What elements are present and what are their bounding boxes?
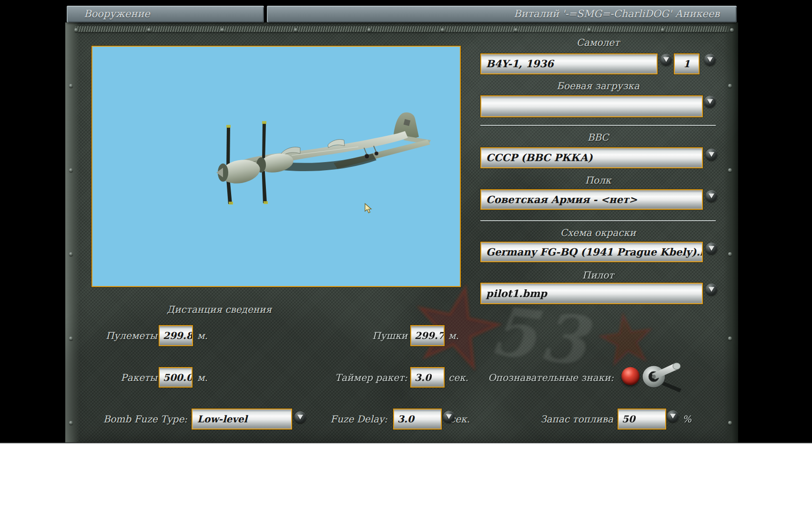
paint-scheme-select[interactable]: Germany FG-BQ (1941 Prague Kbely).bmp — [480, 242, 703, 262]
pilot-select[interactable]: pilot1.bmp — [480, 283, 703, 304]
machineguns-unit: м. — [197, 329, 208, 342]
cannons-unit: м. — [448, 329, 459, 342]
fuze-delay-arrow-icon[interactable] — [443, 411, 455, 422]
rivet — [728, 168, 732, 172]
rivet — [69, 421, 73, 425]
section-divider — [480, 220, 716, 221]
aircraft-preview-viewport[interactable] — [91, 46, 461, 287]
triangle-down-icon — [709, 152, 714, 157]
aircraft-section-label: Самолет — [480, 36, 716, 49]
rocket-timer-field[interactable] — [410, 367, 445, 388]
rivet — [441, 28, 445, 32]
loadout-select-arrow-icon[interactable] — [704, 96, 716, 107]
markings-toggle-switch[interactable] — [639, 358, 687, 396]
rivet — [221, 28, 224, 32]
triangle-down-icon — [446, 414, 452, 419]
cannons-field[interactable] — [410, 325, 445, 346]
rivet — [728, 84, 732, 88]
paint-scheme-select-arrow-icon[interactable] — [706, 243, 717, 254]
fuze-delay-field[interactable] — [393, 409, 442, 430]
rivet — [728, 337, 732, 340]
fuel-field[interactable] — [618, 409, 666, 430]
rivet — [74, 28, 78, 32]
rivet — [661, 28, 665, 32]
markings-label: Опознавательные знаки: — [476, 371, 614, 384]
mouse-cursor — [365, 203, 373, 215]
regiment-select-value: Советская Армия - <нет> — [481, 190, 702, 209]
regiment-section-label: Полк — [480, 174, 716, 186]
pilot-select-value: pilot1.bmp — [481, 284, 702, 303]
paint-scheme-section-label: Схема окраски — [480, 226, 716, 239]
airforce-section-label: ВВС — [480, 131, 716, 143]
airforce-select-arrow-icon[interactable] — [706, 149, 717, 160]
cannons-label: Пушки — [328, 329, 407, 342]
rivet — [367, 28, 371, 32]
fuel-arrow-icon[interactable] — [667, 410, 679, 422]
bomb-fuze-select[interactable]: Low-level — [192, 409, 292, 430]
convergence-title: Дистанция сведения — [148, 303, 291, 316]
regiment-select[interactable]: Советская Армия - <нет> — [480, 189, 703, 210]
bomb-fuze-label: Bomb Fuze Type: — [93, 413, 187, 425]
armament-screen: 53 Вооружение Виталий '-=SMG=-CharliDOG'… — [0, 0, 812, 512]
screen-title-plate: Вооружение — [67, 6, 264, 22]
aircraft-count-field[interactable] — [674, 53, 700, 74]
triangle-down-icon — [707, 99, 713, 104]
aircraft-select-arrow-icon[interactable] — [660, 54, 672, 65]
screen-title: Вооружение — [84, 8, 150, 20]
rivet — [588, 28, 591, 32]
triangle-down-icon — [707, 57, 713, 62]
rivet — [294, 28, 298, 32]
panel-top-ridge — [65, 26, 738, 32]
rocket-timer-unit: сек. — [448, 371, 468, 384]
section-divider — [480, 125, 716, 126]
rivet — [728, 421, 732, 425]
rockets-label: Ракеты — [71, 371, 157, 384]
paint-scheme-select-value: Germany FG-BQ (1941 Prague Kbely).bmp — [481, 243, 702, 261]
rivet — [514, 28, 518, 32]
rivet — [728, 252, 732, 256]
bomb-fuze-select-value: Low-level — [193, 410, 291, 429]
rockets-unit: м. — [197, 371, 208, 384]
rivet — [147, 28, 151, 32]
bomb-fuze-arrow-icon[interactable] — [294, 411, 306, 423]
triangle-down-icon — [663, 57, 669, 62]
rockets-field[interactable] — [159, 367, 193, 388]
fuel-label: Запас топлива — [524, 413, 613, 425]
regiment-select-arrow-icon[interactable] — [706, 190, 717, 202]
aircraft-3d-model — [215, 110, 439, 205]
fuze-delay-label: Fuze Delay: — [314, 413, 387, 425]
airforce-select[interactable]: СССР (ВВС РККА) — [480, 147, 703, 168]
player-name: Виталий '-=SMG=-CharliDOG' Аникеев — [514, 8, 720, 20]
rocket-timer-label: Таймер ракет: — [315, 371, 407, 384]
machineguns-label: Пулеметы — [71, 329, 157, 342]
triangle-down-icon — [670, 414, 676, 419]
aircraft-select[interactable]: B4Y-1, 1936 — [480, 53, 658, 74]
airforce-select-value: СССР (ВВС РККА) — [481, 148, 702, 167]
triangle-down-icon — [709, 246, 714, 251]
pilot-section-label: Пилот — [480, 269, 716, 281]
markings-indicator-lamp-icon — [621, 367, 639, 385]
pilot-select-arrow-icon[interactable] — [706, 284, 717, 295]
loadout-section-label: Боевая загрузка — [480, 80, 716, 92]
rivet — [69, 252, 73, 256]
rivet — [69, 168, 73, 172]
triangle-down-icon — [297, 415, 303, 420]
player-name-plate: Виталий '-=SMG=-CharliDOG' Аникеев — [267, 6, 737, 22]
aircraft-count-arrow-icon[interactable] — [704, 54, 716, 65]
loadout-select[interactable] — [480, 95, 703, 117]
rivet — [730, 28, 734, 32]
triangle-down-icon — [709, 287, 714, 292]
red-star-marking-2 — [599, 311, 654, 365]
rivet — [69, 84, 73, 88]
bottom-white-band — [0, 443, 812, 512]
tactical-number-53: 53 — [486, 291, 596, 381]
fuel-unit: % — [682, 413, 691, 425]
triangle-down-icon — [709, 194, 714, 198]
machineguns-field[interactable] — [159, 325, 193, 346]
aircraft-select-value: B4Y-1, 1936 — [481, 54, 657, 73]
